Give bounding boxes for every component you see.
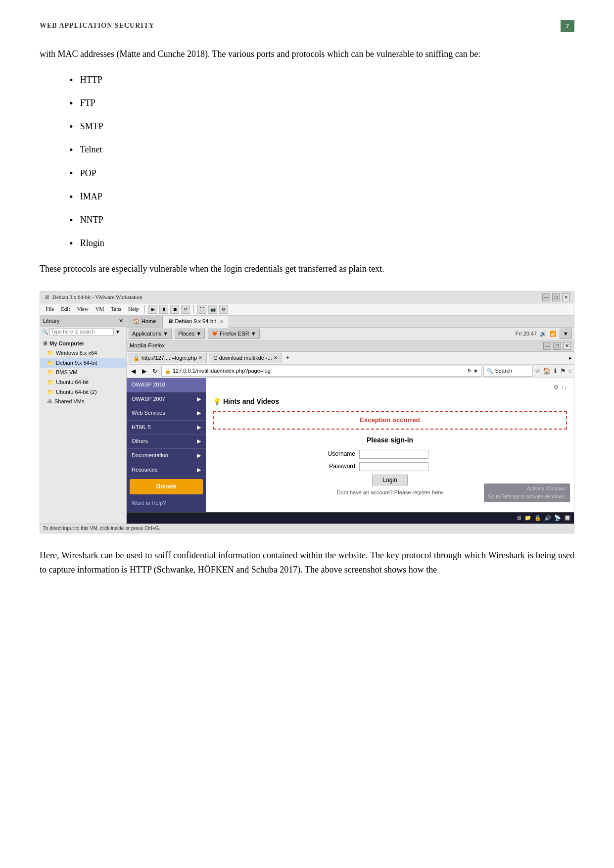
owasp-nav-web-services[interactable]: Web Services ▶ — [127, 406, 206, 421]
menu-icon[interactable]: ≡ — [568, 366, 572, 377]
ff-close-btn[interactable]: ✕ — [563, 342, 571, 350]
username-field[interactable] — [359, 450, 428, 459]
vm-main-area: Library ✕ 🔍 ▼ 🖥 My Computer 📁 Windows 8.… — [40, 316, 574, 524]
places-menu[interactable]: Places ▼ — [175, 329, 205, 339]
bookmark-icon[interactable]: ☆ — [535, 366, 541, 377]
tab1-close[interactable]: ✕ — [198, 354, 202, 361]
donate-button[interactable]: Donate — [130, 479, 203, 494]
firefox-esr-menu[interactable]: 🦊 Firefox ESR ▼ — [208, 329, 259, 339]
url-tab-1[interactable]: 🔒 http://127.... =login.php ✕ — [129, 353, 207, 364]
tree-label-windows: Windows 8.x x64 — [56, 349, 97, 358]
tree-label-shared-vms: Shared VMs — [54, 397, 85, 406]
ff-minimize-btn[interactable]: — — [543, 342, 551, 350]
minimize-button[interactable]: — — [542, 293, 550, 301]
tab-right-icon[interactable]: ▸ — [569, 354, 572, 363]
bullet-list: HTTPFTPSMTPTelnetPOPIMAPNNTPRlogin — [69, 71, 574, 252]
tab-home[interactable]: 🏠 Home — [128, 316, 161, 327]
tree-item-ubuntu64-2[interactable]: 📁 Ubuntu 64-bit (2) — [40, 387, 126, 397]
folder-icon-windows: 📁 — [47, 349, 54, 358]
firefox-app-bar: Applications ▼ Places ▼ 🦊 Firefox ESR ▼ … — [127, 328, 574, 341]
folder-icon-bms: 📁 — [47, 368, 54, 377]
applications-menu[interactable]: Applications ▼ — [129, 329, 172, 339]
toolbar-btn-1[interactable]: ▶ — [148, 305, 157, 314]
menu-help[interactable]: Help — [126, 304, 141, 314]
nav-arrows[interactable]: ↑↓ — [562, 383, 567, 392]
bullet-item: FTP — [69, 95, 574, 112]
ff-restore-btn[interactable]: □ — [553, 342, 561, 350]
web-services-label: Web Services — [132, 409, 165, 418]
vm-sidebar: Library ✕ 🔍 ▼ 🖥 My Computer 📁 Windows 8.… — [40, 316, 127, 524]
status-text: To direct input to this VM, click inside… — [43, 526, 160, 531]
exception-area: Exception occurred — [213, 409, 567, 430]
close-button[interactable]: ✕ — [562, 293, 570, 301]
owasp-nav-html5[interactable]: HTML 5 ▶ — [127, 421, 206, 435]
toolbar-btn-2[interactable]: ⏸ — [159, 305, 168, 314]
sidebar-close-icon[interactable]: ✕ — [119, 317, 123, 326]
tab-debian[interactable]: 🖥 Debian 9.x 64-bit ✕ — [162, 316, 229, 328]
url-tab-2[interactable]: G download multikde -... ✕ — [209, 353, 282, 364]
password-label: Password — [321, 462, 355, 471]
owasp-nav-2007[interactable]: OWASP 2007 ▶ — [127, 392, 206, 407]
refresh-button[interactable]: ↻ — [150, 367, 159, 376]
folder-icon-ubuntu64: 📁 — [47, 378, 54, 387]
toolbar-btn-snapshot[interactable]: 📷 — [208, 305, 217, 314]
menu-view[interactable]: View — [74, 304, 91, 314]
refresh-icon[interactable]: ↻ — [468, 367, 472, 375]
flag-icon[interactable]: ⚑ — [560, 366, 566, 377]
menu-tabs[interactable]: Tabs — [108, 304, 124, 314]
firefox-window-header: Mozilla Firefox — □ ✕ — [127, 340, 574, 352]
search-box[interactable]: 🔍 Search — [483, 366, 533, 377]
owasp-2007-label: OWASP 2007 — [132, 395, 165, 404]
tree-item-shared-vms[interactable]: 🖧 Shared VMs — [40, 397, 126, 407]
tree-item-ubuntu64[interactable]: 📁 Ubuntu 64-bit — [40, 378, 126, 387]
want-to-help-link[interactable]: Want to Help? — [127, 496, 206, 510]
login-button[interactable]: Login — [372, 475, 407, 485]
bullet-item: HTTP — [69, 71, 574, 89]
menu-vm[interactable]: VM — [93, 304, 107, 314]
page-title: WEB APPLICATION SECURITY — [40, 20, 154, 31]
toolbar-btn-3[interactable]: ⏹ — [170, 305, 179, 314]
bookmark-star-icon[interactable]: ★ — [473, 367, 478, 375]
owasp-nav-others[interactable]: Others ▶ — [127, 434, 206, 449]
restore-button[interactable]: □ — [552, 293, 560, 301]
firefox-nav-bar: ◀ ▶ ↻ 🔒 127.0.0.1/mutillidae/index.php?p… — [127, 365, 574, 378]
taskbar-icon-4: 🔊 — [544, 514, 551, 523]
bullet-item: Telnet — [69, 141, 574, 158]
ff-toolbar-icons: ☆ 🏠 ⬇ ⚑ ≡ — [535, 366, 572, 377]
tree-item-my-computer[interactable]: 🖥 My Computer — [40, 339, 126, 349]
firefox-window-controls: — □ ✕ — [543, 342, 571, 350]
home-btn[interactable]: 🏠 — [543, 366, 551, 377]
tab2-close[interactable]: ✕ — [274, 354, 278, 361]
forward-button[interactable]: ▶ — [140, 367, 148, 376]
owasp-nav-documentation[interactable]: Documentation ▶ — [127, 449, 206, 463]
toolbar-btn-fullscreen[interactable]: ⛶ — [197, 305, 206, 314]
signin-title: Please sign-in — [213, 434, 567, 445]
tab1-icon: 🔒 — [133, 354, 140, 363]
url-bar[interactable]: 🔒 127.0.0.1/mutillidae/index.php?page=lo… — [161, 366, 481, 377]
password-field[interactable] — [359, 462, 428, 471]
user-menu[interactable]: ▼ — [560, 329, 572, 339]
tree-item-debian[interactable]: 📁 Debian 9.x 64-bit — [40, 358, 126, 368]
menu-edit[interactable]: Edit — [58, 304, 72, 314]
tree-label-ubuntu64: Ubuntu 64-bit — [56, 378, 89, 387]
folder-icon-ubuntu64-2: 📁 — [47, 388, 54, 397]
hints-title: 💡 Hints and Videos — [213, 396, 567, 407]
home-icon: 🏠 — [133, 318, 140, 324]
owasp-nav-resources[interactable]: Resources ▶ — [127, 463, 206, 478]
tab-close-icon[interactable]: ✕ — [220, 319, 224, 324]
tree-item-windows[interactable]: 📁 Windows 8.x x64 — [40, 348, 126, 358]
gear-icon[interactable]: ⚙ — [554, 383, 559, 392]
donate-label: Donate — [156, 483, 177, 490]
toolbar-btn-4[interactable]: ↺ — [181, 305, 190, 314]
taskbar-icon-5: 📡 — [554, 514, 561, 523]
sidebar-search-input[interactable] — [49, 328, 114, 336]
menu-file[interactable]: File — [43, 304, 56, 314]
back-button[interactable]: ◀ — [129, 367, 138, 376]
tree-item-bms[interactable]: 📁 BMS VM — [40, 368, 126, 378]
toolbar-btn-config[interactable]: ⚙ — [219, 305, 228, 314]
owasp-nav-2010[interactable]: OWASP 2010 — [127, 378, 206, 392]
sidebar-title: Library — [43, 317, 60, 326]
new-tab-btn[interactable]: + — [284, 353, 291, 363]
chevron-down-icon[interactable]: ▼ — [115, 328, 120, 336]
download-icon[interactable]: ⬇ — [553, 366, 558, 377]
